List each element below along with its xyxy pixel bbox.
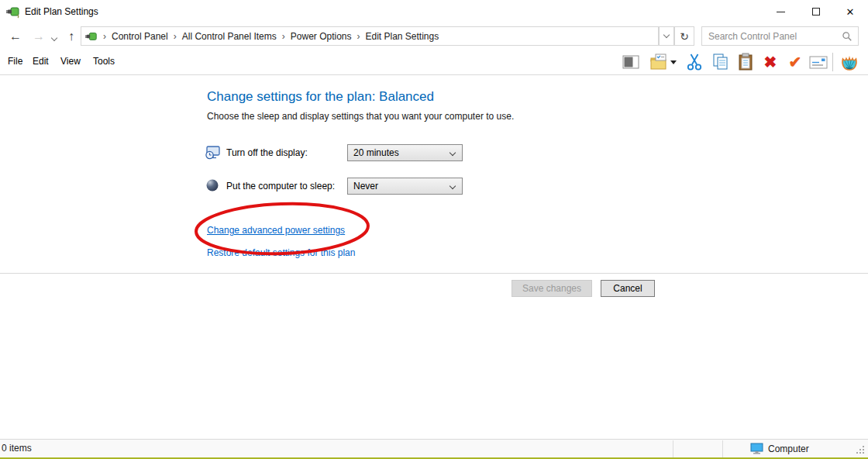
delete-icon[interactable]: ✖ [760,52,781,72]
menu-edit[interactable]: Edit [31,49,50,74]
sleep-timeout-label: Put the computer to sleep: [226,178,335,195]
new-folder-icon[interactable] [648,52,670,72]
breadcrumb-control-panel[interactable]: Control Panel [112,31,168,42]
paste-icon[interactable] [735,52,756,72]
main-content: Change settings for the plan: Balanced C… [0,75,868,439]
search-box [701,26,859,46]
save-changes-button[interactable]: Save changes [512,280,592,297]
items-count: 0 items [2,440,32,457]
statusbar-divider [722,440,723,457]
maximize-button[interactable] [803,0,829,23]
breadcrumb-all-control-panel-items[interactable]: All Control Panel Items [182,31,277,42]
title-bar: Edit Plan Settings ✕ [0,0,868,23]
location-power-icon[interactable] [85,30,98,43]
power-plug-icon [6,5,20,22]
minimize-button[interactable] [767,0,794,23]
change-advanced-power-settings-link[interactable]: Change advanced power settings [207,225,345,236]
breadcrumb-separator-icon: › [98,31,112,42]
computer-label: Computer [768,443,809,454]
menu-view[interactable]: View [59,49,82,74]
search-icon [842,31,852,42]
restore-default-settings-link[interactable]: Restore default settings for this plan [207,247,355,258]
display-timeout-select[interactable]: 20 minutes [347,144,463,161]
copy-icon[interactable] [710,52,732,72]
breadcrumb-separator-icon: › [168,31,182,42]
toolbar-separator [832,53,833,71]
content-divider [0,273,868,274]
page-description: Choose the sleep and display settings th… [207,111,514,122]
breadcrumb-separator-icon: › [277,31,291,42]
sleep-timeout-value: Never [353,181,378,192]
confirm-icon[interactable]: ✔ [784,52,806,72]
display-clock-icon [205,145,221,164]
new-folder-dropdown-icon[interactable] [668,52,679,72]
navigation-bar: ← → ↑ › Control Panel › All Control Pane… [0,23,868,49]
resize-grip[interactable] [856,446,865,454]
sleep-timeout-select[interactable]: Never [347,178,463,195]
computer-icon [750,443,763,455]
close-button[interactable]: ✕ [837,0,863,23]
menu-file[interactable]: File [6,49,24,74]
breadcrumb-power-options[interactable]: Power Options [291,31,352,42]
display-timeout-value: 20 minutes [353,147,399,158]
statusbar-divider [673,440,673,457]
reading-pane-icon[interactable] [620,52,642,72]
breadcrumb-edit-plan-settings[interactable]: Edit Plan Settings [365,31,439,42]
cancel-button[interactable]: Cancel [601,280,655,297]
recent-locations-icon[interactable] [48,23,60,49]
chevron-down-icon [450,150,456,156]
address-dropdown-icon[interactable] [659,26,674,46]
computer-location: Computer [750,440,809,457]
menu-tools[interactable]: Tools [91,49,116,74]
up-icon[interactable]: ↑ [62,23,81,49]
sleep-moon-icon [205,178,219,195]
breadcrumb: › Control Panel › All Control Panel Item… [81,26,659,46]
forward-icon[interactable]: → [29,23,48,49]
display-timeout-label: Turn off the display: [226,144,308,161]
window-title: Edit Plan Settings [25,0,98,23]
cut-icon[interactable] [684,52,705,72]
edit-plan-settings-window: Edit Plan Settings ✕ ← → ↑ › Control Pan… [0,0,868,459]
page-title: Change settings for the plan: Balanced [207,89,434,105]
menu-bar: File Edit View Tools [0,49,868,75]
breadcrumb-separator-icon: › [351,31,365,42]
status-bar: 0 items Computer [0,439,868,457]
search-input[interactable] [702,31,842,42]
back-icon[interactable]: ← [6,23,25,49]
refresh-icon[interactable]: ↻ [674,26,694,46]
properties-icon[interactable] [808,52,829,72]
classic-shell-icon[interactable] [839,52,860,72]
chevron-down-icon [450,183,456,189]
